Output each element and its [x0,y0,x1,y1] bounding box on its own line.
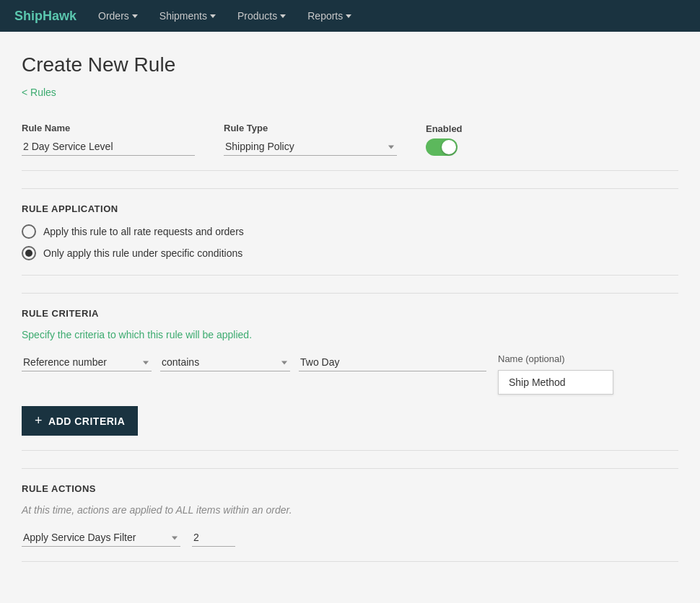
nav-orders-label: Orders [98,10,129,22]
criteria-row-0: Reference number contains [22,353,486,371]
rule-fields-row: Rule Name Rule Type Shipping Policy Enab… [22,123,678,156]
criteria-name-box[interactable]: Ship Method [498,370,613,395]
criteria-value-input[interactable] [299,353,486,371]
radio-all-label: Apply this rule to all rate requests and… [43,226,244,237]
rule-fields-section: Rule Name Rule Type Shipping Policy Enab… [22,123,678,171]
logo-text: ShipHawk [14,9,76,24]
radio-outer-all [22,224,36,239]
nav-reports-label: Reports [307,10,343,22]
toggle-thumb [442,140,456,154]
nav-products-arrow-icon [280,14,286,18]
enabled-toggle[interactable] [426,138,458,156]
rule-type-label: Rule Type [224,123,397,133]
action-type-wrapper: Apply Service Days Filter [22,529,180,547]
nav-shipments-label: Shipments [159,10,207,22]
back-link[interactable]: < Rules [22,87,56,98]
rule-application-header: RULE APPLICATION [22,203,678,214]
nav-reports-arrow-icon [346,14,351,18]
page-content: Create New Rule < Rules Rule Name Rule T… [0,32,700,603]
logo[interactable]: ShipHawk [14,9,76,24]
criteria-field-wrapper: Reference number [22,353,152,371]
criteria-operator-wrapper: contains [160,353,290,371]
navbar: ShipHawk Orders Shipments Products Repor… [0,0,700,32]
rule-name-input[interactable] [22,138,195,156]
action-row: Apply Service Days Filter [22,529,678,547]
rule-type-select-wrapper: Shipping Policy [224,138,397,156]
name-optional-label: Name (optional) [498,353,613,364]
criteria-name-group: Name (optional) Ship Method [498,353,613,395]
nav-products[interactable]: Products [237,10,286,22]
rule-application-section: RULE APPLICATION Apply this rule to all … [22,203,678,276]
actions-description: At this time, actions are applied to ALL… [22,504,678,516]
radio-group: Apply this rule to all rate requests and… [22,224,678,260]
action-value-input[interactable] [192,529,235,547]
rule-criteria-header: RULE CRITERIA [22,308,678,319]
rule-name-label: Rule Name [22,123,195,133]
nav-orders-arrow-icon [132,14,138,18]
rule-actions-section: RULE ACTIONS At this time, actions are a… [22,483,678,562]
nav-shipments[interactable]: Shipments [159,10,216,22]
action-type-select[interactable]: Apply Service Days Filter [22,529,180,547]
radio-all-requests[interactable]: Apply this rule to all rate requests and… [22,224,678,239]
enabled-label: Enabled [426,123,463,134]
rule-name-group: Rule Name [22,123,195,156]
radio-specific-label: Only apply this rule under specific cond… [43,247,242,259]
radio-inner-specific [25,250,32,257]
add-criteria-label: ADD CRITERIA [48,415,125,427]
divider-1 [22,188,678,189]
nav-orders[interactable]: Orders [98,10,138,22]
rule-actions-header: RULE ACTIONS [22,483,678,494]
divider-2 [22,293,678,294]
add-criteria-button[interactable]: + ADD CRITERIA [22,406,138,436]
nav-products-label: Products [237,10,277,22]
plus-icon: + [35,413,43,428]
divider-3 [22,468,678,469]
rule-type-select[interactable]: Shipping Policy [224,138,397,156]
criteria-field-select[interactable]: Reference number [22,353,152,371]
radio-outer-specific [22,246,36,260]
rule-type-group: Rule Type Shipping Policy [224,123,397,156]
nav-reports[interactable]: Reports [307,10,351,22]
rule-criteria-section: RULE CRITERIA Specify the criteria to wh… [22,308,678,451]
enabled-group: Enabled [426,123,463,156]
radio-specific-conditions[interactable]: Only apply this rule under specific cond… [22,246,678,260]
criteria-operator-select[interactable]: contains [160,353,290,371]
page-title: Create New Rule [22,53,678,76]
nav-shipments-arrow-icon [210,14,216,18]
criteria-description: Specify the criteria to which this rule … [22,329,678,340]
